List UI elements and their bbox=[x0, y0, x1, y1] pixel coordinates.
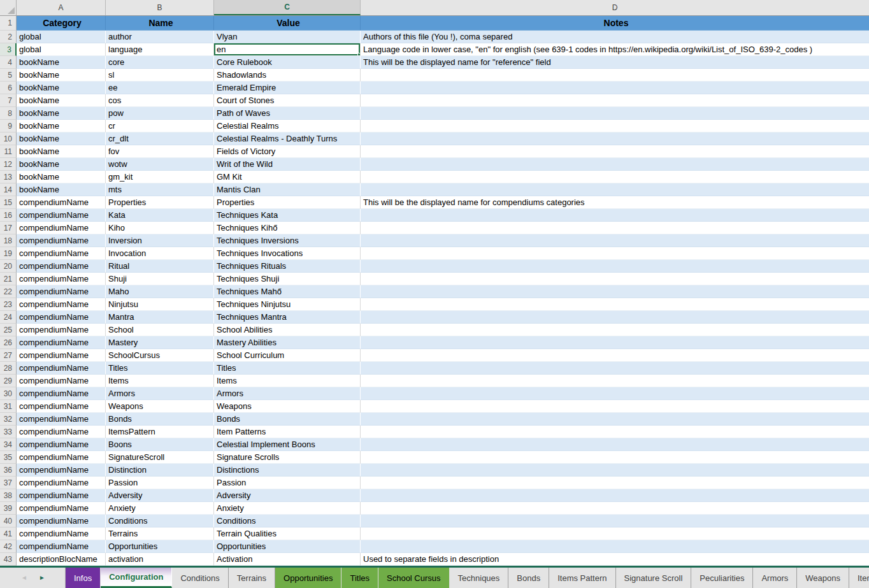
sheet-tab-weapons[interactable]: Weapons bbox=[797, 568, 849, 588]
cell-name-24[interactable]: Mantra bbox=[106, 311, 214, 324]
row-header-37[interactable]: 37 bbox=[0, 477, 17, 489]
active-cell[interactable]: en bbox=[214, 43, 361, 56]
cell-notes-4[interactable]: This will be the displayed name for "ref… bbox=[361, 56, 869, 69]
column-header-category[interactable]: Category bbox=[17, 16, 106, 31]
cell-value-6[interactable]: Emerald Empire bbox=[214, 82, 361, 94]
cell-name-34[interactable]: Boons bbox=[106, 438, 214, 451]
row-header-31[interactable]: 31 bbox=[0, 400, 17, 413]
cell-category-10[interactable]: bookName bbox=[17, 133, 106, 145]
row-header-16[interactable]: 16 bbox=[0, 209, 17, 222]
cell-category-40[interactable]: compendiumName bbox=[17, 515, 106, 527]
cell-value-25[interactable]: School Abilities bbox=[214, 324, 361, 336]
cell-category-38[interactable]: compendiumName bbox=[17, 489, 106, 502]
cell-name-9[interactable]: cr bbox=[106, 120, 214, 133]
cell-name-4[interactable]: core bbox=[106, 56, 214, 69]
cell-value-19[interactable]: Techniques Invocations bbox=[214, 247, 361, 260]
row-header-4[interactable]: 4 bbox=[0, 56, 17, 69]
cell-category-36[interactable]: compendiumName bbox=[17, 464, 106, 477]
cell-name-40[interactable]: Conditions bbox=[106, 515, 214, 527]
row-header-1[interactable]: 1 bbox=[0, 16, 17, 31]
cell-category-31[interactable]: compendiumName bbox=[17, 400, 106, 413]
cell-value-21[interactable]: Techniques Shuji bbox=[214, 273, 361, 285]
cell-name-36[interactable]: Distinction bbox=[106, 464, 214, 477]
row-header-43[interactable]: 43 bbox=[0, 553, 17, 566]
cell-value-43[interactable]: Activation bbox=[214, 553, 361, 566]
cell-value-30[interactable]: Armors bbox=[214, 387, 361, 400]
cell-notes-3[interactable]: Language code in lower case, "en" for en… bbox=[361, 43, 869, 56]
cell-name-11[interactable]: fov bbox=[106, 145, 214, 158]
row-header-26[interactable]: 26 bbox=[0, 336, 17, 349]
cell-value-7[interactable]: Court of Stones bbox=[214, 94, 361, 107]
cell-notes-12[interactable] bbox=[361, 158, 869, 171]
row-header-7[interactable]: 7 bbox=[0, 94, 17, 107]
cell-value-34[interactable]: Celestial Implement Boons bbox=[214, 438, 361, 451]
row-header-27[interactable]: 27 bbox=[0, 349, 17, 362]
cell-name-21[interactable]: Shuji bbox=[106, 273, 214, 285]
row-header-21[interactable]: 21 bbox=[0, 273, 17, 285]
cell-name-20[interactable]: Ritual bbox=[106, 260, 214, 273]
select-all-button[interactable] bbox=[0, 0, 17, 15]
cell-category-35[interactable]: compendiumName bbox=[17, 451, 106, 464]
row-header-14[interactable]: 14 bbox=[0, 183, 17, 196]
cell-notes-18[interactable] bbox=[361, 234, 869, 247]
column-header-notes[interactable]: Notes bbox=[361, 16, 869, 31]
cell-value-35[interactable]: Signature Scrolls bbox=[214, 451, 361, 464]
cell-category-23[interactable]: compendiumName bbox=[17, 298, 106, 311]
cell-value-28[interactable]: Titles bbox=[214, 362, 361, 375]
cell-name-29[interactable]: Items bbox=[106, 375, 214, 387]
row-header-29[interactable]: 29 bbox=[0, 375, 17, 387]
cell-value-38[interactable]: Adversity bbox=[214, 489, 361, 502]
column-letter-C[interactable]: C bbox=[214, 0, 361, 15]
cell-value-29[interactable]: Items bbox=[214, 375, 361, 387]
row-header-40[interactable]: 40 bbox=[0, 515, 17, 527]
sheet-tab-signature-scroll[interactable]: Signature Scroll bbox=[616, 568, 692, 588]
sheet-tab-opportunities[interactable]: Opportunities bbox=[275, 568, 341, 588]
cell-category-3[interactable]: global bbox=[17, 43, 106, 56]
cell-category-11[interactable]: bookName bbox=[17, 145, 106, 158]
cell-value-12[interactable]: Writ of the Wild bbox=[214, 158, 361, 171]
cell-category-28[interactable]: compendiumName bbox=[17, 362, 106, 375]
row-header-12[interactable]: 12 bbox=[0, 158, 17, 171]
row-header-25[interactable]: 25 bbox=[0, 324, 17, 336]
row-header-33[interactable]: 33 bbox=[0, 426, 17, 438]
cell-notes-7[interactable] bbox=[361, 94, 869, 107]
cell-name-8[interactable]: pow bbox=[106, 107, 214, 120]
cell-category-42[interactable]: compendiumName bbox=[17, 540, 106, 553]
cell-notes-35[interactable] bbox=[361, 451, 869, 464]
cell-category-32[interactable]: compendiumName bbox=[17, 413, 106, 426]
cell-notes-9[interactable] bbox=[361, 120, 869, 133]
cell-category-4[interactable]: bookName bbox=[17, 56, 106, 69]
row-header-41[interactable]: 41 bbox=[0, 527, 17, 540]
cell-name-37[interactable]: Passion bbox=[106, 477, 214, 489]
cell-name-35[interactable]: SignatureScroll bbox=[106, 451, 214, 464]
cell-category-30[interactable]: compendiumName bbox=[17, 387, 106, 400]
cell-category-20[interactable]: compendiumName bbox=[17, 260, 106, 273]
cell-category-8[interactable]: bookName bbox=[17, 107, 106, 120]
sheet-tab-items[interactable]: Items bbox=[849, 568, 869, 588]
sheet-tab-peculiarities[interactable]: Peculiarities bbox=[691, 568, 753, 588]
row-header-20[interactable]: 20 bbox=[0, 260, 17, 273]
next-sheet-icon[interactable]: ► bbox=[33, 575, 51, 581]
row-header-30[interactable]: 30 bbox=[0, 387, 17, 400]
cell-name-16[interactable]: Kata bbox=[106, 209, 214, 222]
cell-value-24[interactable]: Techniques Mantra bbox=[214, 311, 361, 324]
row-header-17[interactable]: 17 bbox=[0, 222, 17, 234]
cell-name-26[interactable]: Mastery bbox=[106, 336, 214, 349]
sheet-tab-armors[interactable]: Armors bbox=[753, 568, 797, 588]
cell-notes-16[interactable] bbox=[361, 209, 869, 222]
cell-value-31[interactable]: Weapons bbox=[214, 400, 361, 413]
cell-notes-36[interactable] bbox=[361, 464, 869, 477]
sheet-tab-terrains[interactable]: Terrains bbox=[229, 568, 275, 588]
cell-notes-31[interactable] bbox=[361, 400, 869, 413]
sheet-tab-conditions[interactable]: Conditions bbox=[172, 568, 228, 588]
row-header-22[interactable]: 22 bbox=[0, 285, 17, 298]
cell-value-40[interactable]: Conditions bbox=[214, 515, 361, 527]
cell-name-23[interactable]: Ninjutsu bbox=[106, 298, 214, 311]
prev-sheet-icon[interactable]: ◄ bbox=[15, 575, 33, 581]
cell-name-33[interactable]: ItemsPattern bbox=[106, 426, 214, 438]
cell-category-29[interactable]: compendiumName bbox=[17, 375, 106, 387]
cell-value-8[interactable]: Path of Waves bbox=[214, 107, 361, 120]
cell-category-43[interactable]: descriptionBlocName bbox=[17, 553, 106, 566]
sheet-tab-bonds[interactable]: Bonds bbox=[508, 568, 549, 588]
cell-category-7[interactable]: bookName bbox=[17, 94, 106, 107]
